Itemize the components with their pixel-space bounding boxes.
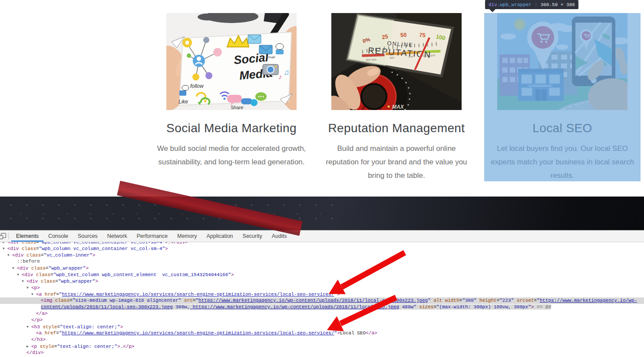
disclosure-triangle-icon[interactable]: ▼	[26, 324, 31, 330]
social-media-image-link[interactable]: follow Social Media Email	[166, 13, 297, 110]
disclosure-triangle-icon[interactable]: ▶	[3, 242, 7, 245]
knob-max-label: MAX	[392, 104, 404, 110]
card-description: We build social media for accelerated gr…	[155, 142, 308, 169]
browser-viewport: follow Social Media Email	[0, 0, 644, 357]
tab-sources[interactable]: Sources	[73, 230, 102, 242]
devtools-tabbar: ElementsConsoleSourcesNetworkPerformance…	[0, 230, 644, 242]
devtools-tree-line[interactable]: </a>	[0, 310, 644, 317]
devtools-tree-line[interactable]: </div>	[0, 350, 644, 356]
devtools-panel: ElementsConsoleSourcesNetworkPerformance…	[0, 230, 644, 357]
devtools-tree-line[interactable]: ▼<div class="wpb_wrapper">	[0, 278, 644, 284]
devtools-tree-line[interactable]: ▼<div class="wpb_wrapper">	[0, 265, 644, 271]
tooltip-class: .wpb_wrapper	[497, 2, 532, 7]
card-reputation: 0% 25 50 75 100 VERY BAD BAD LOW EXCELLE…	[318, 13, 475, 182]
tooltip-dimensions: 360.59 × 386	[541, 2, 575, 7]
devtools-tree-line[interactable]: ▼<div class="vc_column-inner">	[0, 252, 644, 258]
tab-application[interactable]: Application	[201, 230, 238, 242]
social-media-image: follow Social Media Email	[166, 13, 297, 110]
reputation-image-link[interactable]: 0% 25 50 75 100 VERY BAD BAD LOW EXCELLE…	[331, 13, 462, 110]
devtools-tree-line[interactable]: ▼<div class="wpb_column vc_column_contai…	[0, 245, 644, 252]
tab-elements[interactable]: Elements	[11, 230, 43, 242]
devtools-tree-line[interactable]: ▼<a href="https://www.marketingagency.io…	[0, 291, 644, 297]
tab-performance[interactable]: Performance	[132, 230, 173, 242]
doodle-email-label: Email	[266, 55, 275, 59]
card-local-seo: SUPERMARKET	[484, 13, 641, 181]
devtools-tree-line[interactable]: ▼<div class="wpb_text_column wpb_content…	[0, 271, 644, 278]
devtools-tree-line[interactable]: </h3>	[0, 337, 644, 343]
device-toolbar-icon[interactable]	[0, 233, 7, 240]
elements-tree: ▶<div class="wpb_column vc_column_contai…	[0, 242, 644, 356]
disclosure-triangle-icon[interactable]: ▼	[26, 284, 31, 291]
devtools-tabs: ElementsConsoleSourcesNetworkPerformance…	[11, 230, 291, 242]
tab-network[interactable]: Network	[102, 230, 132, 242]
devtools-tree-line[interactable]: ▶<p style="text-align: center;">…</p>	[0, 343, 644, 350]
gauge-tick-50: 50	[400, 31, 407, 38]
tooltip-divider: |	[535, 2, 538, 7]
toolbar-divider	[8, 233, 9, 240]
disclosure-triangle-icon[interactable]: ▼	[3, 245, 7, 252]
devtools-tree-line[interactable]: ▼<p>	[0, 284, 644, 291]
gauge-tick-75: 75	[419, 31, 426, 38]
disclosure-triangle-icon[interactable]: ▼	[17, 271, 22, 278]
devtools-tree-line[interactable]: <img class="size-medium wp-image-816 ali…	[0, 297, 644, 304]
doodle-like-label: Like	[178, 99, 188, 105]
doodle-follow-label: follow	[190, 83, 204, 89]
devtools-tree-line[interactable]: ▼<h3 style="text-align: center;">	[0, 324, 644, 330]
reputation-management-image: 0% 25 50 75 100 VERY BAD BAD LOW EXCELLE…	[331, 13, 462, 110]
music-note-icon: ♫	[284, 68, 290, 77]
card-title[interactable]: Social Media Marketing	[153, 121, 310, 136]
inspect-highlight-overlay	[484, 13, 641, 181]
inspect-tooltip: div.wpb_wrapper | 360.59 × 386	[485, 0, 578, 9]
disclosure-triangle-icon[interactable]: ▼	[22, 278, 26, 284]
devtools-tree-line[interactable]: <a href="https://www.marketingagency.io/…	[0, 330, 644, 337]
disclosure-triangle-icon[interactable]: ▶	[26, 343, 31, 350]
tooltip-caret	[489, 9, 495, 12]
card-title[interactable]: Reputation Management	[318, 121, 475, 136]
devtools-tree-line[interactable]: content/uploads/2018/11/local-seo-300x22…	[0, 304, 644, 310]
tooltip-tag: div	[489, 2, 497, 7]
devtools-tree-line[interactable]: ::before	[0, 258, 644, 265]
music-note-icon: ♪	[278, 73, 282, 80]
card-social-media: follow Social Media Email	[153, 13, 310, 169]
page-footer-photo	[0, 197, 644, 230]
disclosure-triangle-icon[interactable]: ▼	[7, 252, 12, 258]
tab-memory[interactable]: Memory	[172, 230, 201, 242]
devtools-tree-line[interactable]: </p>	[0, 317, 644, 324]
disclosure-triangle-icon[interactable]: ▼	[12, 265, 17, 271]
devtools-tree-line[interactable]: ▶<div class="wpb_column vc_column_contai…	[0, 242, 644, 245]
disclosure-triangle-icon[interactable]: ▼	[31, 291, 36, 297]
tab-security[interactable]: Security	[238, 230, 267, 242]
doodle-share-label: Share	[231, 105, 243, 110]
elements-tree-panel: ▶<div class="wpb_column vc_column_contai…	[0, 242, 644, 357]
gauge-tick-25: 25	[381, 33, 389, 40]
tab-console[interactable]: Console	[43, 230, 73, 242]
card-description: Build and maintain a powerful online rep…	[320, 142, 473, 182]
gauge-grade-verybad: VERY BAD	[366, 58, 377, 61]
